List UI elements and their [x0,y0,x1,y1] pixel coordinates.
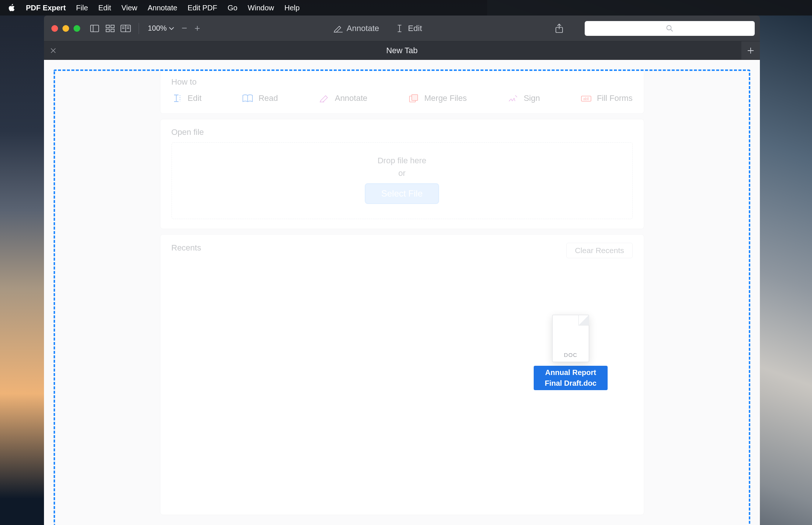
clear-recents-button[interactable]: Clear Recents [566,243,632,258]
zoom-level[interactable]: 100% [148,24,174,33]
open-file-card: Open file Drop file here or Select File [160,119,644,229]
close-icon [50,48,56,54]
menubar-app-name[interactable]: PDF Expert [26,4,66,12]
howto-read-label: Read [258,93,278,103]
file-extension-badge: DOC [553,352,589,358]
zoom-in-button[interactable]: + [192,23,202,34]
howto-heading: How to [171,77,633,87]
window-zoom-button[interactable] [74,25,80,32]
svg-rect-3 [111,25,114,28]
howto-sign-label: Sign [524,93,540,103]
howto-sign[interactable]: Sign [507,93,540,103]
drop-zone[interactable]: Drop file here or Select File [171,142,633,219]
plus-icon [747,47,754,54]
sidebar-toggle-icon[interactable] [88,23,101,34]
howto-annotate[interactable]: Annotate [319,93,367,103]
howto-edit[interactable]: Edit [171,93,202,103]
search-icon [666,25,673,32]
annotate-mode-button[interactable]: Annotate [327,24,386,33]
text-cursor-icon [395,24,404,33]
signature-pen-icon [507,93,519,103]
tab-title: New Tab [44,46,760,55]
tab-close-button[interactable] [44,48,62,54]
annotate-label: Annotate [347,24,379,33]
chevron-down-icon [169,27,174,30]
svg-line-15 [671,30,673,31]
app-window: 100% − + Annotate Edit New Tab [44,16,760,525]
select-file-button[interactable]: Select File [365,183,439,204]
thumbnails-view-icon[interactable] [104,23,116,34]
edit-label: Edit [408,24,422,33]
dragged-file-name: Annual Report Final Draft.doc [534,366,608,390]
menubar-edit[interactable]: Edit [98,4,111,12]
merge-files-icon [408,93,419,103]
window-controls [51,25,80,32]
book-icon [242,93,253,103]
recents-heading: Recents [171,243,201,253]
drop-or: or [398,168,406,178]
howto-fillforms-label: Fill Forms [597,93,633,103]
app-toolbar: 100% − + Annotate Edit [44,16,760,41]
svg-rect-23 [412,95,418,100]
openfile-heading: Open file [171,127,633,137]
share-button[interactable] [553,23,565,34]
window-minimize-button[interactable] [62,25,69,32]
dragged-file[interactable]: DOC Annual Report Final Draft.doc [534,315,608,390]
menubar-go[interactable]: Go [228,4,238,12]
form-field-icon: ab [581,93,592,103]
menubar-file[interactable]: File [76,4,88,12]
howto-merge[interactable]: Merge Files [408,93,467,103]
svg-rect-4 [106,29,109,32]
howto-fillforms[interactable]: ab Fill Forms [581,93,633,103]
menubar-view[interactable]: View [122,4,137,12]
menubar-help[interactable]: Help [284,4,299,12]
svg-text:ab: ab [583,97,588,101]
two-page-view-icon[interactable] [119,23,132,34]
svg-rect-5 [111,29,114,32]
howto-annotate-label: Annotate [335,93,367,103]
content-area: How to Edit Read Annotate [44,60,760,525]
window-close-button[interactable] [51,25,58,32]
share-icon [555,24,563,33]
apple-logo-icon[interactable] [7,4,16,12]
svg-rect-2 [106,25,109,28]
pencil-underline-icon [333,24,343,33]
search-input[interactable] [585,21,755,36]
document-file-icon: DOC [552,315,589,362]
zoom-value: 100% [148,24,167,33]
svg-point-14 [667,25,671,30]
howto-edit-label: Edit [188,93,202,103]
macos-menubar: PDF Expert File Edit View Annotate Edit … [0,0,812,16]
edit-mode-button[interactable]: Edit [389,24,429,33]
highlighter-icon [319,93,330,103]
howto-merge-label: Merge Files [424,93,467,103]
menubar-edit-pdf[interactable]: Edit PDF [188,4,217,12]
zoom-out-button[interactable]: − [179,23,189,34]
menubar-annotate[interactable]: Annotate [148,4,177,12]
new-tab-button[interactable] [741,41,760,59]
menubar-window[interactable]: Window [248,4,274,12]
text-edit-icon [171,93,183,103]
tab-bar: New Tab [44,41,760,60]
toolbar-separator [139,23,139,34]
howto-read[interactable]: Read [242,93,278,103]
drop-text: Drop file here [377,156,426,166]
svg-rect-0 [91,25,99,32]
howto-card: How to Edit Read Annotate [160,69,644,114]
